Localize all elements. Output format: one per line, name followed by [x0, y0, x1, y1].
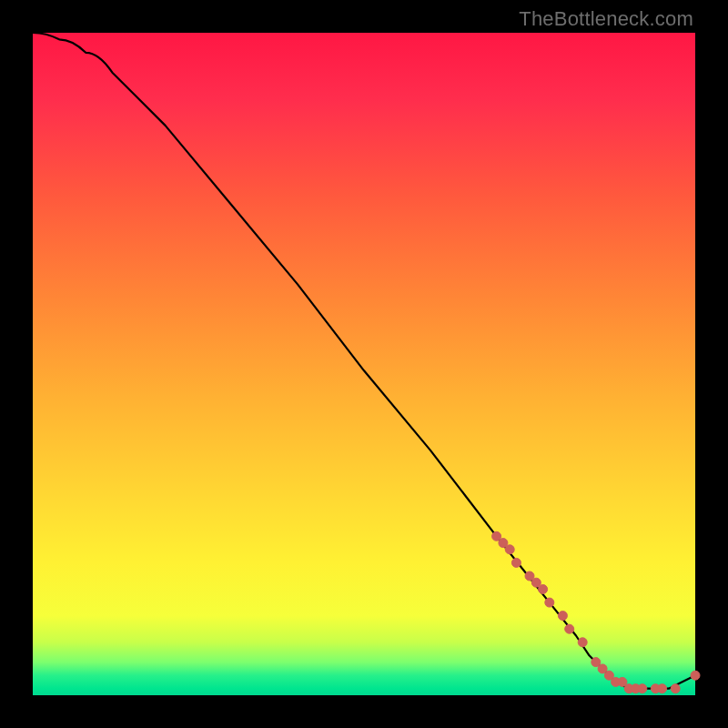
data-point: [545, 598, 554, 607]
data-point: [658, 684, 667, 693]
data-point: [638, 684, 647, 693]
data-point: [578, 638, 587, 647]
data-point: [565, 624, 574, 633]
data-point: [511, 558, 521, 567]
watermark-text: TheBottleneck.com: [519, 7, 693, 31]
data-point: [539, 585, 548, 594]
chart-frame: TheBottleneck.com: [0, 0, 728, 728]
data-point: [558, 612, 567, 621]
scatter-points: [492, 531, 700, 693]
data-point: [505, 545, 514, 554]
bottleneck-curve: [33, 33, 695, 689]
data-point: [671, 684, 680, 693]
curve-svg: [33, 33, 695, 695]
data-point: [691, 671, 700, 680]
plot-area: [33, 33, 695, 695]
